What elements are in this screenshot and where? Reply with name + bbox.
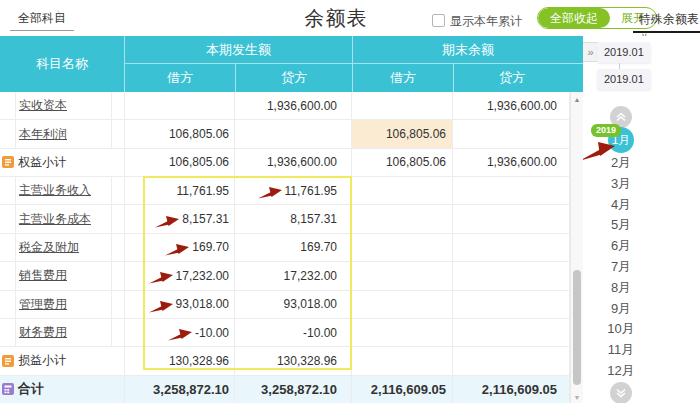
- table-body: 实收资本1,936,600.001,936,600.00本年利润106,805.…: [0, 92, 583, 403]
- account-name-cell: 管理费用: [16, 291, 112, 318]
- account-link[interactable]: 实收资本: [19, 97, 67, 114]
- header-current-period: 本期发生额: [125, 36, 352, 64]
- month-item[interactable]: 9月: [583, 299, 659, 320]
- month-item[interactable]: 11月: [583, 340, 659, 361]
- cell-end_debit: 2,116,609.05: [352, 376, 453, 403]
- account-link[interactable]: 税金及附加: [19, 239, 79, 256]
- account-link[interactable]: 管理费用: [19, 296, 67, 313]
- account-name-cell: 实收资本: [16, 92, 112, 119]
- show-ytd-checkbox[interactable]: [432, 14, 445, 27]
- month-item[interactable]: 10月: [583, 319, 659, 340]
- header-debit-ending: 借方: [352, 64, 453, 92]
- expand-cell: [0, 319, 16, 346]
- cell-end_debit: [352, 347, 453, 374]
- table-row[interactable]: 实收资本1,936,600.001,936,600.00: [0, 92, 583, 120]
- table-row[interactable]: 销售费用17,232.0017,232.00: [0, 262, 583, 290]
- cell-debit: 17,232.00: [125, 262, 235, 289]
- cell-end_credit: [453, 234, 570, 261]
- cell-credit: 17,232.00: [235, 262, 352, 289]
- month-item[interactable]: 5月: [583, 215, 659, 236]
- period-end-box[interactable]: 2019.01: [597, 69, 651, 90]
- cell-credit: 1,936,600.00: [235, 149, 352, 176]
- account-name-cell: 财务费用: [16, 319, 112, 346]
- cell-end_credit: [453, 205, 570, 232]
- row-label: 权益小计: [18, 154, 66, 171]
- cell-end_debit: [352, 92, 453, 119]
- month-item[interactable]: 3月: [583, 174, 659, 195]
- month-item[interactable]: 7月: [583, 257, 659, 278]
- cell-debit: 8,157.31: [125, 205, 235, 232]
- cell-credit: [235, 120, 352, 147]
- account-link[interactable]: 主营业务成本: [19, 211, 91, 228]
- scroll-months-down-button[interactable]: [610, 382, 632, 403]
- table-header: 科目名称 本期发生额 期末余额 借方 贷方 借方 贷方: [0, 36, 583, 92]
- spacer-cell: [112, 92, 125, 119]
- annotation-arrow: [149, 300, 173, 313]
- cell-debit: 11,761.95: [125, 177, 235, 204]
- header-credit-current: 贷方: [235, 64, 352, 92]
- period-sidebar: » 2019.01 2019.01 1月 2019 2月3月4月5月6月7月8月…: [583, 36, 700, 403]
- scroll-up-icon[interactable]: ▲: [571, 96, 583, 103]
- cell-end_credit: [453, 262, 570, 289]
- cell-debit: [125, 92, 235, 119]
- account-link[interactable]: 主营业务收入: [19, 182, 91, 199]
- table-row[interactable]: 损益小计130,328.96130,328.96: [0, 347, 583, 375]
- cell-credit: -10.00: [235, 319, 352, 346]
- table-row[interactable]: 财务费用-10.00-10.00: [0, 319, 583, 347]
- table-row[interactable]: 合计3,258,872.103,258,872.102,116,609.052,…: [0, 376, 583, 403]
- cell-debit: -10.00: [125, 319, 235, 346]
- spacer-cell: [112, 205, 125, 232]
- period-start-box[interactable]: 2019.01: [597, 42, 651, 63]
- month-item[interactable]: 2月: [583, 153, 659, 174]
- header-debit-current: 借方: [125, 64, 235, 92]
- table-scrollbar[interactable]: ▲ ▼: [570, 92, 583, 403]
- row-label: 损益小计: [18, 352, 66, 369]
- collapse-all-button[interactable]: 全部收起: [538, 8, 610, 28]
- subtotal-icon: [2, 156, 14, 168]
- account-name-cell: 销售费用: [16, 262, 112, 289]
- month-item[interactable]: 12月: [583, 361, 659, 382]
- row-label-cell: 权益小计: [0, 149, 125, 176]
- double-chevron-down-icon: [615, 387, 627, 399]
- expand-cell: [0, 120, 16, 147]
- table-row[interactable]: 权益小计106,805.061,936,600.00106,805.061,93…: [0, 149, 583, 177]
- cell-credit: 8,157.31: [235, 205, 352, 232]
- cell-credit: 169.70: [235, 234, 352, 261]
- special-balance-label: 特殊余额表: [639, 12, 699, 26]
- table-row[interactable]: 本年利润106,805.06106,805.06: [0, 120, 583, 148]
- header-credit-ending: 贷方: [453, 64, 570, 92]
- account-link[interactable]: 财务费用: [19, 324, 67, 341]
- cell-credit: 1,936,600.00: [235, 92, 352, 119]
- page-title: 余额表: [296, 5, 376, 32]
- expand-cell: [0, 205, 16, 232]
- table-row[interactable]: 主营业务收入11,761.9511,761.95: [0, 177, 583, 205]
- spacer-cell: [112, 120, 125, 147]
- month-item[interactable]: 8月: [583, 278, 659, 299]
- cell-end_debit: [352, 205, 453, 232]
- scrollbar-thumb[interactable]: [573, 270, 581, 385]
- cell-end_debit: [352, 262, 453, 289]
- account-name-cell: 主营业务收入: [16, 177, 112, 204]
- balance-table: 科目名称 本期发生额 期末余额 借方 贷方 借方 贷方 实收资本1,936,60…: [0, 36, 583, 403]
- account-link[interactable]: 销售费用: [19, 267, 67, 284]
- chevron-right-icon: 〉: [56, 8, 68, 25]
- table-row[interactable]: 主营业务成本8,157.318,157.31: [0, 205, 583, 233]
- cell-credit: 130,328.96: [235, 347, 352, 374]
- annotation-arrow: [258, 186, 282, 199]
- row-label-cell: 损益小计: [0, 347, 125, 374]
- annotation-arrow: [155, 215, 179, 228]
- spacer-cell: [112, 262, 125, 289]
- cell-debit: 93,018.00: [125, 291, 235, 318]
- account-link[interactable]: 本年利润: [19, 126, 67, 143]
- year-badge: 2019: [591, 124, 621, 137]
- month-item[interactable]: 6月: [583, 236, 659, 257]
- table-row[interactable]: 税金及附加169.70169.70: [0, 234, 583, 262]
- spacer-cell: [112, 234, 125, 261]
- cell-end_debit: [352, 291, 453, 318]
- cell-end_debit: [352, 234, 453, 261]
- scroll-down-icon[interactable]: ▼: [571, 394, 583, 401]
- month-item[interactable]: 4月: [583, 195, 659, 216]
- table-row[interactable]: 管理费用93,018.0093,018.00: [0, 291, 583, 319]
- row-label: 合计: [18, 380, 44, 398]
- expand-cell: [0, 234, 16, 261]
